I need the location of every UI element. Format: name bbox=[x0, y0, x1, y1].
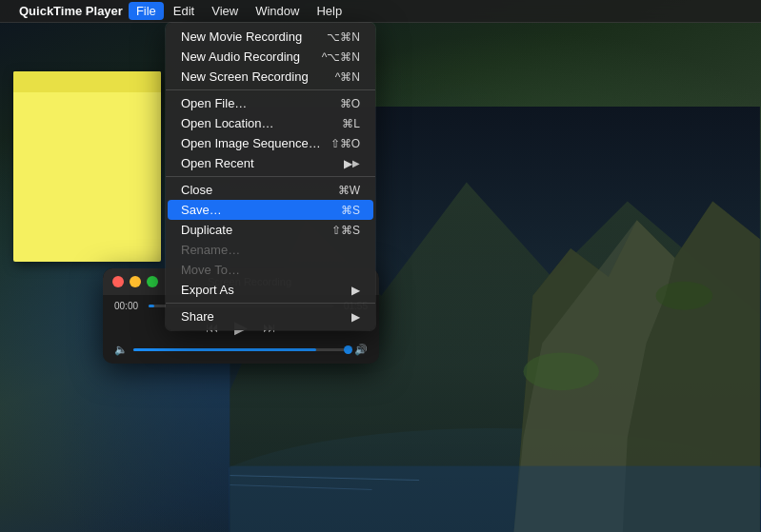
menu-item-open-recent[interactable]: Open Recent ▶ bbox=[168, 153, 373, 173]
volume-low-icon: 🔈 bbox=[114, 344, 128, 356]
svg-point-6 bbox=[523, 352, 599, 390]
sticky-note bbox=[13, 71, 161, 262]
menu-item-new-screen-shortcut: ^⌘N bbox=[335, 70, 360, 84]
menu-item-new-audio-label: New Audio Recording bbox=[181, 49, 322, 64]
menu-item-new-audio[interactable]: New Audio Recording ^⌥⌘N bbox=[168, 47, 373, 67]
svg-point-7 bbox=[655, 282, 712, 310]
file-menu-dropdown: New Movie Recording ⌥⌘N New Audio Record… bbox=[166, 23, 375, 330]
menu-item-open-image-seq-label: Open Image Sequence… bbox=[181, 136, 330, 150]
menu-item-open-recent-arrow: ▶ bbox=[344, 157, 352, 170]
menu-item-open-image-seq[interactable]: Open Image Sequence… ⇧⌘O bbox=[168, 133, 373, 153]
menu-item-share-label: Share bbox=[181, 309, 351, 324]
menu-item-open-location-shortcut: ⌘L bbox=[342, 117, 360, 130]
menu-item-open-file-shortcut: ⌘O bbox=[340, 97, 360, 110]
menu-item-export-as[interactable]: Export As ▶ bbox=[168, 280, 373, 300]
menu-item-save-shortcut: ⌘S bbox=[341, 204, 360, 217]
menubar-window[interactable]: Window bbox=[248, 2, 307, 20]
menubar-items: File Edit View Window Help bbox=[129, 2, 350, 20]
menu-item-new-screen-label: New Screen Recording bbox=[181, 69, 335, 84]
menu-item-new-movie-shortcut: ⌥⌘N bbox=[327, 30, 360, 44]
menubar-view[interactable]: View bbox=[204, 2, 246, 20]
menu-item-open-location-label: Open Location… bbox=[181, 116, 342, 130]
volume-fill bbox=[133, 348, 316, 351]
player-volume-row: 🔈 🔊 bbox=[114, 344, 368, 356]
menu-item-duplicate-label: Duplicate bbox=[181, 223, 331, 237]
separator-3 bbox=[166, 303, 375, 304]
volume-high-icon: 🔊 bbox=[354, 344, 368, 356]
menu-item-rename-label: Rename… bbox=[181, 243, 360, 257]
menu-item-save-label: Save… bbox=[181, 203, 341, 217]
menu-item-open-location[interactable]: Open Location… ⌘L bbox=[168, 113, 373, 133]
volume-bar[interactable] bbox=[133, 348, 349, 351]
menu-item-new-movie[interactable]: New Movie Recording ⌥⌘N bbox=[168, 27, 373, 47]
menu-item-move-to-label: Move To… bbox=[181, 263, 360, 277]
separator-2 bbox=[166, 176, 375, 177]
app-name: QuickTime Player bbox=[19, 4, 123, 18]
menubar-file[interactable]: File bbox=[129, 2, 164, 20]
menu-item-new-movie-label: New Movie Recording bbox=[181, 30, 327, 44]
svg-rect-8 bbox=[230, 465, 760, 532]
menu-item-duplicate-shortcut: ⇧⌘S bbox=[331, 224, 360, 237]
menubar-help[interactable]: Help bbox=[309, 2, 350, 20]
menubar: QuickTime Player File Edit View Window H… bbox=[0, 0, 761, 23]
menu-item-new-screen[interactable]: New Screen Recording ^⌘N bbox=[168, 67, 373, 87]
menubar-edit[interactable]: Edit bbox=[166, 2, 202, 20]
menu-item-close[interactable]: Close ⌘W bbox=[168, 180, 373, 200]
player-time-start: 00:00 bbox=[114, 301, 143, 311]
menu-item-close-shortcut: ⌘W bbox=[338, 184, 360, 197]
menu-item-save[interactable]: Save… ⌘S bbox=[168, 200, 373, 220]
menu-item-open-image-seq-shortcut: ⇧⌘O bbox=[330, 137, 360, 150]
menu-item-duplicate[interactable]: Duplicate ⇧⌘S bbox=[168, 220, 373, 240]
menu-item-export-as-label: Export As bbox=[181, 283, 351, 297]
separator-1 bbox=[166, 89, 375, 90]
menu-item-rename: Rename… bbox=[168, 240, 373, 260]
menu-item-share[interactable]: Share ▶ bbox=[168, 306, 373, 326]
menu-item-share-arrow: ▶ bbox=[351, 310, 360, 324]
fullscreen-button[interactable] bbox=[147, 276, 158, 287]
menu-item-close-label: Close bbox=[181, 183, 338, 197]
menu-item-move-to: Move To… bbox=[168, 260, 373, 280]
menu-item-export-as-arrow: ▶ bbox=[351, 284, 360, 297]
volume-knob[interactable] bbox=[344, 345, 352, 354]
player-progress-fill bbox=[149, 305, 154, 307]
menu-item-open-file[interactable]: Open File… ⌘O bbox=[168, 93, 373, 113]
minimize-button[interactable] bbox=[130, 276, 141, 287]
menu-item-new-audio-shortcut: ^⌥⌘N bbox=[322, 50, 360, 64]
sticky-note-header bbox=[13, 71, 161, 92]
menu-item-open-file-label: Open File… bbox=[181, 96, 340, 110]
menu-item-open-recent-label: Open Recent bbox=[181, 156, 344, 170]
close-button[interactable] bbox=[112, 276, 124, 287]
